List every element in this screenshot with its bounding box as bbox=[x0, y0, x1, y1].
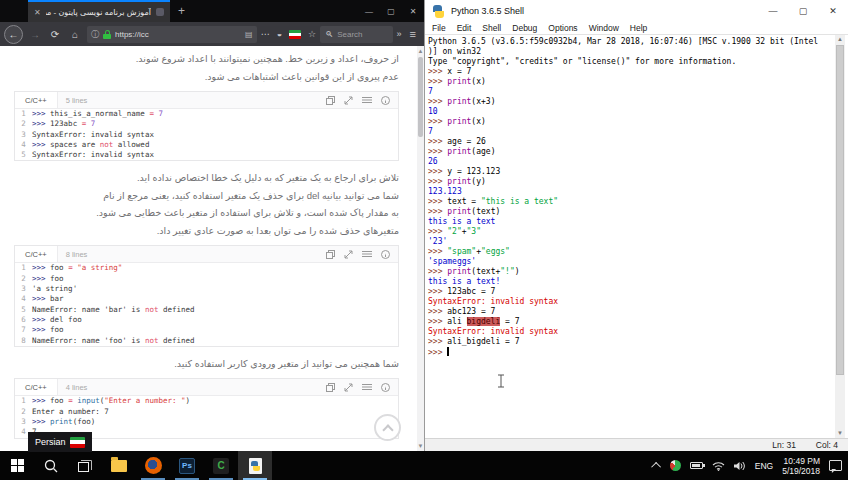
search-bar[interactable]: 🔍︎ Search bbox=[320, 26, 392, 43]
battery-icon[interactable] bbox=[690, 462, 703, 469]
hidden-icons-chevron[interactable] bbox=[651, 462, 661, 472]
site-info-icon[interactable]: ⓘ bbox=[91, 29, 99, 40]
shell-line: )] on win32 bbox=[428, 47, 839, 57]
shell-close-button[interactable]: ✕ bbox=[818, 0, 848, 22]
shell-line: >>> "2"+"3" bbox=[428, 227, 839, 237]
page-actions-icon[interactable]: ⋯ bbox=[261, 29, 270, 39]
menu-debug[interactable]: Debug bbox=[512, 23, 537, 33]
forward-button[interactable]: → bbox=[27, 29, 43, 40]
code-block-header: C/C++ 8 lines bbox=[15, 246, 398, 263]
url-bar[interactable]: ⓘ https://icc ▤ bbox=[87, 26, 257, 43]
url-text[interactable]: https://icc bbox=[115, 30, 241, 39]
python-taskbar-button[interactable] bbox=[238, 451, 272, 480]
browser-maximize-button[interactable]: ▢ bbox=[380, 0, 402, 22]
code-row: 2>>> foo bbox=[15, 274, 398, 284]
taskbar-search-button[interactable] bbox=[34, 451, 68, 480]
copy-icon[interactable] bbox=[326, 250, 335, 259]
code-text: >>> foo = "a string" bbox=[32, 263, 122, 273]
list-icon[interactable] bbox=[362, 96, 372, 104]
shell-status-bar: Ln: 31 Col: 4 bbox=[425, 438, 848, 451]
status-col-number: Col: 4 bbox=[816, 440, 838, 450]
menu-edit[interactable]: Edit bbox=[457, 23, 472, 33]
shell-maximize-button[interactable]: ▢ bbox=[788, 0, 818, 22]
browser-minimize-button[interactable]: — bbox=[358, 0, 380, 22]
reader-mode-icon[interactable]: ▤ bbox=[245, 30, 253, 39]
shell-title-bar[interactable]: Python 3.6.5 Shell — ▢ ✕ bbox=[425, 0, 848, 22]
browser-close-button[interactable]: ✕ bbox=[402, 0, 424, 22]
persian-extension-icon[interactable] bbox=[289, 30, 301, 39]
code-lines: 1>>> foo = "a string"2>>> foo3'a string'… bbox=[15, 263, 398, 345]
browser-tab-bar: ✕ آموزش برنامه نویسی پایتون - مت + — ▢ ✕ bbox=[0, 0, 424, 22]
copy-icon[interactable] bbox=[326, 96, 335, 105]
menu-hamburger-icon[interactable]: ≡ bbox=[406, 28, 420, 40]
browser-scroll-thumb[interactable] bbox=[418, 57, 423, 137]
shell-line: >>> print(y) bbox=[428, 177, 839, 187]
shell-line: >>> x = 7 bbox=[428, 67, 839, 77]
bookmark-star-icon[interactable]: ☆ bbox=[308, 29, 316, 39]
menu-options[interactable]: Options bbox=[548, 23, 577, 33]
code-text: >>> 123abc = 7 bbox=[32, 119, 95, 129]
shell-scroll-thumb[interactable] bbox=[836, 45, 844, 375]
idm-tray-icon[interactable] bbox=[670, 460, 681, 471]
reload-button[interactable]: ⟳ bbox=[47, 29, 63, 40]
new-tab-button[interactable]: + bbox=[170, 0, 193, 22]
back-button[interactable]: ← bbox=[4, 25, 23, 44]
shell-line: >>> "spam"+"eggs" bbox=[428, 247, 839, 257]
menu-help[interactable]: Help bbox=[630, 23, 647, 33]
shell-console[interactable]: Python 3.6.5 (v3.6.5:f59c0932b4, Mar 28 … bbox=[425, 35, 839, 438]
home-button[interactable]: ⌂ bbox=[67, 29, 83, 40]
browser-tab[interactable]: ✕ آموزش برنامه نویسی پایتون - مت bbox=[28, 0, 170, 22]
menu-window[interactable]: Window bbox=[589, 23, 619, 33]
scroll-down-icon[interactable]: ▼ bbox=[835, 429, 845, 438]
shell-line: Python 3.6.5 (v3.6.5:f59c0932b4, Mar 28 … bbox=[428, 37, 839, 47]
ibeam-cursor bbox=[497, 374, 505, 388]
photoshop-taskbar-button[interactable]: Ps bbox=[170, 451, 204, 480]
shell-window-title: Python 3.6.5 Shell bbox=[451, 6, 752, 16]
shell-line: 26 bbox=[428, 157, 839, 167]
scroll-up-icon[interactable]: ▲ bbox=[417, 47, 424, 55]
shell-line: >>> y = 123.123 bbox=[428, 167, 839, 177]
menu-file[interactable]: File bbox=[432, 23, 446, 33]
info-icon[interactable] bbox=[381, 96, 390, 105]
code-lang-tab[interactable]: C/C++ bbox=[15, 246, 58, 262]
file-explorer-button[interactable] bbox=[102, 451, 136, 480]
shell-scrollbar[interactable]: ▲ ▼ bbox=[835, 35, 845, 438]
expand-icon[interactable] bbox=[344, 250, 353, 259]
info-icon[interactable] bbox=[381, 250, 390, 259]
overflow-chevrons-icon[interactable]: » bbox=[397, 29, 402, 39]
code-block-2: C/C++ 8 lines 1>>> foo = "a string"2>>> … bbox=[14, 245, 399, 346]
scroll-up-icon[interactable]: ▲ bbox=[835, 35, 845, 44]
list-icon[interactable] bbox=[362, 250, 372, 258]
scroll-down-icon[interactable]: ▼ bbox=[417, 442, 424, 450]
camtasia-taskbar-button[interactable]: C bbox=[204, 451, 238, 480]
line-number: 1 bbox=[15, 396, 32, 406]
menu-shell[interactable]: Shell bbox=[482, 23, 501, 33]
language-indicator[interactable]: ENG bbox=[755, 461, 773, 471]
shell-minimize-button[interactable]: — bbox=[758, 0, 788, 22]
shell-line: SyntaxError: invalid syntax bbox=[428, 327, 839, 337]
expand-icon[interactable] bbox=[344, 96, 353, 105]
list-icon[interactable] bbox=[362, 383, 372, 391]
clock[interactable]: 10:49 PM 5/19/2018 bbox=[782, 456, 820, 476]
code-lang-tab[interactable]: C/C++ bbox=[15, 379, 58, 395]
copy-icon[interactable] bbox=[326, 383, 335, 392]
windows-logo-icon bbox=[11, 459, 24, 472]
shell-line: '23' bbox=[428, 237, 839, 247]
scroll-to-top-button[interactable] bbox=[374, 414, 401, 441]
browser-scrollbar[interactable]: ▲ ▼ bbox=[417, 46, 424, 451]
tab-close-icon[interactable]: ✕ bbox=[34, 8, 41, 17]
pocket-icon[interactable]: ◒ bbox=[277, 29, 282, 39]
shell-line: 7 bbox=[428, 127, 839, 137]
shell-line: 'spameggs' bbox=[428, 257, 839, 267]
start-button[interactable] bbox=[0, 451, 34, 480]
info-icon[interactable] bbox=[381, 383, 390, 392]
speaker-icon[interactable] bbox=[734, 461, 746, 471]
task-view-button[interactable] bbox=[68, 451, 102, 480]
tab-favicon bbox=[156, 8, 164, 16]
action-center-icon[interactable] bbox=[829, 460, 842, 471]
wifi-icon[interactable] bbox=[712, 461, 725, 471]
expand-icon[interactable] bbox=[344, 383, 353, 392]
code-row: 1>>> this_is_a_normal_name = 7 bbox=[15, 109, 398, 119]
code-lang-tab[interactable]: C/C++ bbox=[15, 92, 58, 108]
firefox-taskbar-button[interactable] bbox=[136, 451, 170, 480]
